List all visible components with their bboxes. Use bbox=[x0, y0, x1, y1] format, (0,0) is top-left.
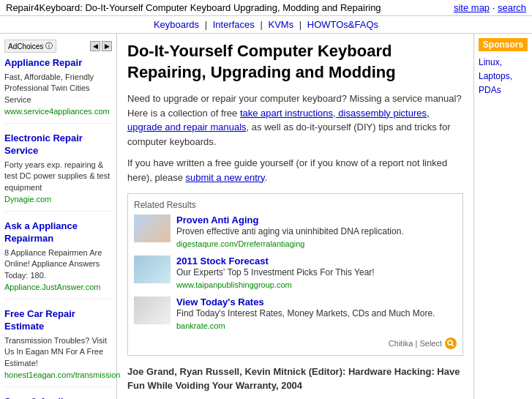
take-apart-link[interactable]: take apart instructions, disassembly pic… bbox=[127, 108, 430, 133]
related-results-label: Related Results bbox=[134, 200, 457, 210]
ad-nav: ◀ ▶ bbox=[90, 41, 112, 51]
related-desc-3: Find Today's Interest Rates, Money Marke… bbox=[176, 307, 457, 320]
related-thumb-3 bbox=[134, 297, 171, 324]
related-thumb-2 bbox=[134, 256, 171, 283]
related-content-1: Proven Anti Aging Proven effective anti … bbox=[176, 215, 457, 248]
related-title-3[interactable]: View Today's Rates bbox=[176, 297, 457, 307]
sidebar: AdChoices ⓘ ◀ ▶ Appliance Repair Fast, A… bbox=[0, 34, 117, 399]
sidebar-ad-4-title[interactable]: Free Car Repair Estimate bbox=[4, 308, 112, 333]
sidebar-ad-1-title[interactable]: Appliance Repair bbox=[4, 57, 112, 70]
nav-bar: Keyboards | Interfaces | KVMs | HOWTOs&F… bbox=[0, 16, 532, 34]
sidebar-ad-2-desc: Forty years exp. repairing & test DC pow… bbox=[4, 160, 112, 193]
sidebar-ad-2-title[interactable]: Electronic Repair Service bbox=[4, 133, 112, 157]
search-link[interactable]: search bbox=[498, 2, 526, 13]
chitika-label: Chitika | Select bbox=[389, 339, 442, 348]
sidebar-ad-1-url[interactable]: www.service4appliances.com bbox=[4, 107, 112, 116]
sponsors-header: Sponsors bbox=[479, 38, 528, 51]
book-section: Joe Grand, Ryan Russell, Kevin Mitnick (… bbox=[127, 365, 463, 399]
sidebar-ad-5-title[interactable]: Sears® Appliance Repair bbox=[4, 396, 112, 399]
sidebar-ad-2: Electronic Repair Service Forty years ex… bbox=[4, 133, 112, 212]
sidebar-ad-3-title[interactable]: Ask a Appliance Repairman bbox=[4, 220, 112, 245]
related-thumb-1 bbox=[134, 215, 171, 242]
sidebar-ad-4: Free Car Repair Estimate Transmission Tr… bbox=[4, 308, 112, 387]
svg-point-0 bbox=[448, 340, 452, 345]
sidebar-ad-4-desc: Transmission Troubles? Visit Us In Eagan… bbox=[4, 335, 112, 369]
top-bar: Repair4Keyboard: Do-It-Yourself Computer… bbox=[0, 0, 532, 16]
svg-line-1 bbox=[452, 344, 454, 346]
sponsor-linux[interactable]: Linux, bbox=[479, 56, 528, 70]
book-title: Joe Grand, Ryan Russell, Kevin Mitnick (… bbox=[127, 365, 463, 393]
related-item-1: Proven Anti Aging Proven effective anti … bbox=[134, 215, 457, 248]
sponsor-laptops[interactable]: Laptops, bbox=[479, 70, 528, 83]
related-item-2: 2011 Stock Forecast Our Experts' Top 5 I… bbox=[134, 256, 457, 289]
ad-choices-label: AdChoices ⓘ bbox=[4, 40, 56, 53]
related-item-3: View Today's Rates Find Today's Interest… bbox=[134, 297, 457, 330]
site-map-link[interactable]: site map bbox=[454, 2, 490, 13]
intro-paragraph-2: If you have written a free guide yoursel… bbox=[127, 156, 463, 184]
sidebar-ad-2-url[interactable]: Dynagie.com bbox=[4, 195, 112, 204]
ad-choices-icon: ⓘ bbox=[45, 41, 53, 51]
nav-kvms[interactable]: KVMs bbox=[268, 19, 293, 30]
related-content-2: 2011 Stock Forecast Our Experts' Top 5 I… bbox=[176, 256, 457, 289]
ad-nav-next[interactable]: ▶ bbox=[102, 41, 112, 51]
main-content: Do-It-Yourself Computer Keyboard Repairi… bbox=[117, 34, 473, 399]
related-content-3: View Today's Rates Find Today's Interest… bbox=[176, 297, 457, 330]
related-desc-2: Our Experts' Top 5 Investment Picks For … bbox=[176, 266, 457, 279]
ad-nav-prev[interactable]: ◀ bbox=[90, 41, 100, 51]
layout: AdChoices ⓘ ◀ ▶ Appliance Repair Fast, A… bbox=[0, 34, 532, 399]
sidebar-ad-4-url[interactable]: honest1eagan.com/transmission bbox=[4, 370, 112, 379]
top-bar-title: Repair4Keyboard: Do-It-Yourself Computer… bbox=[6, 2, 381, 13]
nav-keyboards[interactable]: Keyboards bbox=[154, 19, 199, 30]
sponsors-links: Linux, Laptops, PDAs bbox=[479, 56, 528, 98]
related-url-1[interactable]: digestaqure.com/Drreferralantiaging bbox=[176, 239, 457, 248]
top-bar-links: site map · search bbox=[454, 2, 526, 13]
related-url-3[interactable]: bankrate.com bbox=[176, 321, 457, 330]
chitika-search-icon[interactable] bbox=[445, 338, 457, 349]
submit-entry-link[interactable]: submit a new entry bbox=[186, 172, 265, 183]
related-title-2[interactable]: 2011 Stock Forecast bbox=[176, 256, 457, 266]
chitika-bar: Chitika | Select bbox=[134, 338, 457, 349]
page-title: Do-It-Yourself Computer Keyboard Repairi… bbox=[127, 41, 463, 83]
intro-paragraph-1: Need to upgrade or repair your computer … bbox=[127, 92, 463, 149]
related-url-2[interactable]: www.taipanpublishinggroup.com bbox=[176, 280, 457, 289]
sidebar-ad-5: Sears® Appliance Repair 10% Off In-Home … bbox=[4, 396, 112, 399]
sidebar-ad-1: Appliance Repair Fast, Affordable, Frien… bbox=[4, 57, 112, 124]
sidebar-ad-1-desc: Fast, Affordable, Friendly Professional … bbox=[4, 72, 112, 105]
ad-choices-text: AdChoices bbox=[8, 42, 43, 51]
related-desc-1: Proven effective anti aging via uninhibi… bbox=[176, 225, 457, 238]
sidebar-ad-3: Ask a Appliance Repairman 8 Appliance Re… bbox=[4, 220, 112, 299]
sponsor-pdas[interactable]: PDAs bbox=[479, 83, 528, 97]
sponsors-panel: Sponsors Linux, Laptops, PDAs bbox=[473, 34, 532, 399]
nav-interfaces[interactable]: Interfaces bbox=[213, 19, 255, 30]
related-title-1[interactable]: Proven Anti Aging bbox=[176, 215, 457, 225]
sidebar-ad-3-url[interactable]: Appliance.JustAnswer.com bbox=[4, 283, 112, 291]
related-results-box: Related Results Proven Anti Aging Proven… bbox=[127, 193, 463, 355]
sidebar-ad-3-desc: 8 Appliance Repairmen Are Online! Applia… bbox=[4, 247, 112, 281]
nav-howtos[interactable]: HOWTOs&FAQs bbox=[307, 19, 378, 30]
ad-choices-bar: AdChoices ⓘ ◀ ▶ bbox=[4, 40, 112, 53]
